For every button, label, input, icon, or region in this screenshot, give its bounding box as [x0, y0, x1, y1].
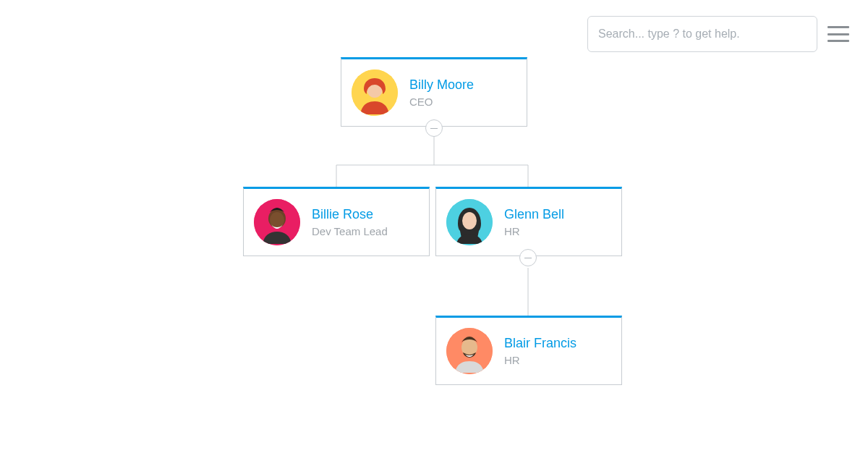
avatar [446, 328, 493, 374]
org-chart: Billy Moore CEO Billie Rose Dev Team Lea… [0, 0, 868, 456]
node-name: Billy Moore [409, 77, 474, 93]
avatar [352, 69, 398, 116]
node-name: Blair Francis [504, 336, 576, 352]
node-title: HR [504, 354, 576, 366]
node-title: Dev Team Lead [312, 225, 388, 237]
node-title: HR [504, 225, 564, 237]
org-node-hr2[interactable]: Blair Francis HR [435, 316, 622, 385]
svg-point-11 [462, 212, 477, 229]
collapse-toggle[interactable] [519, 249, 537, 266]
node-name: Billie Rose [312, 207, 388, 223]
org-node-ceo[interactable]: Billy Moore CEO [341, 57, 527, 127]
node-title: CEO [409, 96, 474, 108]
avatar [254, 199, 300, 245]
node-name: Glenn Bell [504, 207, 564, 223]
org-node-dev[interactable]: Billie Rose Dev Team Lead [243, 187, 430, 256]
org-node-hr[interactable]: Glenn Bell HR [435, 187, 622, 256]
svg-point-9 [270, 212, 284, 228]
avatar [446, 199, 493, 245]
collapse-toggle[interactable] [425, 119, 443, 137]
